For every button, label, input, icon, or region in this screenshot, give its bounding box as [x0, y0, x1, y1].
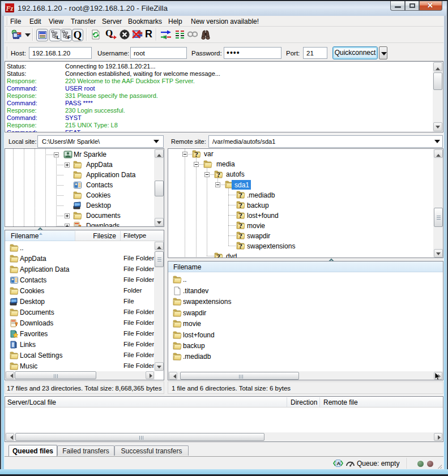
svg-text:F: F: [67, 35, 71, 40]
svg-text:Fz: Fz: [6, 5, 14, 12]
svg-text:L: L: [57, 35, 60, 40]
svg-text:A: A: [337, 461, 341, 466]
